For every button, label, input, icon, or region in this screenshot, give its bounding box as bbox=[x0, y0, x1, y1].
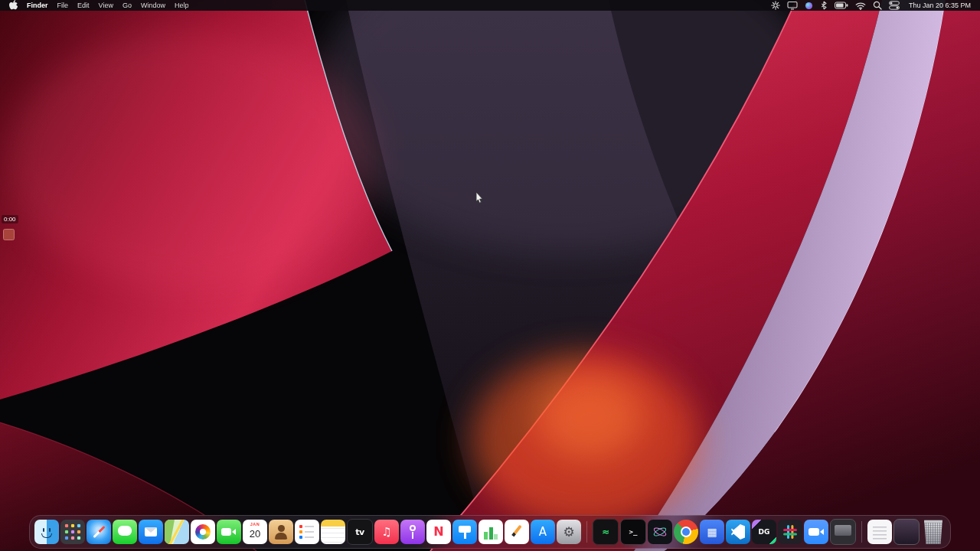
dock-document[interactable] bbox=[867, 520, 892, 544]
dock-terminal[interactable]: >_ bbox=[620, 519, 646, 545]
display-icon[interactable] bbox=[787, 1, 798, 10]
dock-min-window[interactable] bbox=[893, 519, 920, 545]
music-note-icon: ♫ bbox=[381, 527, 391, 538]
dock-music[interactable]: ♫ bbox=[374, 520, 399, 544]
dock-calendar[interactable]: JAN 20 bbox=[243, 520, 267, 544]
apple-tv-icon: tv bbox=[355, 528, 364, 536]
dock-zoom[interactable] bbox=[804, 520, 828, 544]
apple-menu-icon[interactable] bbox=[9, 0, 18, 11]
dock-pages[interactable] bbox=[505, 520, 529, 544]
menu-app-finder[interactable]: Finder bbox=[27, 2, 48, 9]
dock-messages[interactable] bbox=[113, 520, 137, 544]
dock-vscode[interactable] bbox=[726, 520, 750, 544]
pulse-icon: ≈ bbox=[602, 527, 609, 536]
dock-separator bbox=[861, 521, 862, 543]
menubar-clock[interactable]: Thu Jan 20 6:35 PM bbox=[909, 2, 971, 9]
dock-mail[interactable] bbox=[139, 520, 163, 544]
dock-podcasts[interactable] bbox=[400, 520, 425, 544]
menu-edit[interactable]: Edit bbox=[77, 2, 90, 9]
control-center-icon[interactable] bbox=[889, 1, 900, 10]
recording-widget: 0:00 bbox=[2, 215, 18, 240]
app-store-icon: A bbox=[539, 527, 547, 538]
menu-go[interactable]: Go bbox=[122, 2, 132, 9]
wifi-icon[interactable] bbox=[855, 2, 866, 10]
menubar-status-area: Thu Jan 20 6:35 PM bbox=[771, 1, 971, 10]
datagrip-letters-icon: DG bbox=[759, 529, 770, 536]
terminal-prompt-icon: >_ bbox=[629, 529, 638, 536]
dock-settings[interactable]: ⚙ bbox=[557, 520, 581, 544]
dock-separator bbox=[586, 521, 587, 543]
menu-view[interactable]: View bbox=[99, 2, 113, 9]
gear-glyph-icon: ⚙ bbox=[563, 526, 574, 539]
dock-photos[interactable] bbox=[191, 520, 215, 544]
dock-monitor[interactable]: ≈ bbox=[593, 519, 619, 545]
menu-file[interactable]: File bbox=[57, 2, 69, 9]
recording-timer: 0:00 bbox=[2, 215, 18, 223]
spotlight-icon[interactable] bbox=[873, 1, 882, 10]
dock-slack[interactable] bbox=[778, 520, 802, 544]
desktop-wallpaper[interactable] bbox=[0, 0, 980, 551]
menu-window[interactable]: Window bbox=[141, 2, 165, 9]
dock-safari[interactable] bbox=[87, 520, 111, 544]
dock-numbers[interactable] bbox=[479, 520, 503, 544]
dock-maps[interactable] bbox=[165, 520, 189, 544]
dock-reminders[interactable] bbox=[295, 520, 319, 544]
grid-icon: ▦ bbox=[707, 527, 717, 537]
dock-keynote[interactable] bbox=[452, 520, 477, 544]
dock-screen-app[interactable] bbox=[830, 519, 856, 545]
menubar-left: Finder File Edit View Go Window Help bbox=[9, 0, 188, 11]
gear-icon[interactable] bbox=[771, 1, 780, 10]
dock-launchpad[interactable] bbox=[60, 520, 85, 544]
menu-help[interactable]: Help bbox=[175, 2, 189, 9]
calendar-day: 20 bbox=[250, 529, 260, 539]
dock-app-store[interactable]: A bbox=[531, 520, 555, 544]
dock-apple-tv[interactable]: tv bbox=[347, 519, 373, 545]
calendar-month: JAN bbox=[250, 523, 260, 527]
siri-icon[interactable] bbox=[805, 2, 813, 10]
dock-grid-app[interactable]: ▦ bbox=[700, 520, 724, 544]
dock-datagrip[interactable]: DG bbox=[752, 520, 776, 544]
dock-news[interactable]: N bbox=[426, 520, 451, 544]
dock-chrome[interactable] bbox=[674, 520, 698, 544]
dock-notes[interactable] bbox=[321, 520, 345, 544]
battery-icon[interactable] bbox=[835, 2, 848, 9]
dock-trash[interactable] bbox=[921, 520, 946, 544]
recording-stop-button[interactable] bbox=[3, 229, 15, 240]
news-icon: N bbox=[433, 526, 443, 538]
dock-finder[interactable] bbox=[34, 520, 59, 544]
bluetooth-icon[interactable] bbox=[820, 1, 828, 10]
dock-facetime[interactable] bbox=[217, 520, 241, 544]
menubar: Finder File Edit View Go Window Help bbox=[0, 0, 980, 11]
dock-atom[interactable] bbox=[648, 520, 672, 544]
dock: JAN 20 tv ♫ N A ⚙ ≈ >_ ▦ DG bbox=[29, 515, 951, 549]
dock-contacts[interactable] bbox=[269, 520, 293, 544]
